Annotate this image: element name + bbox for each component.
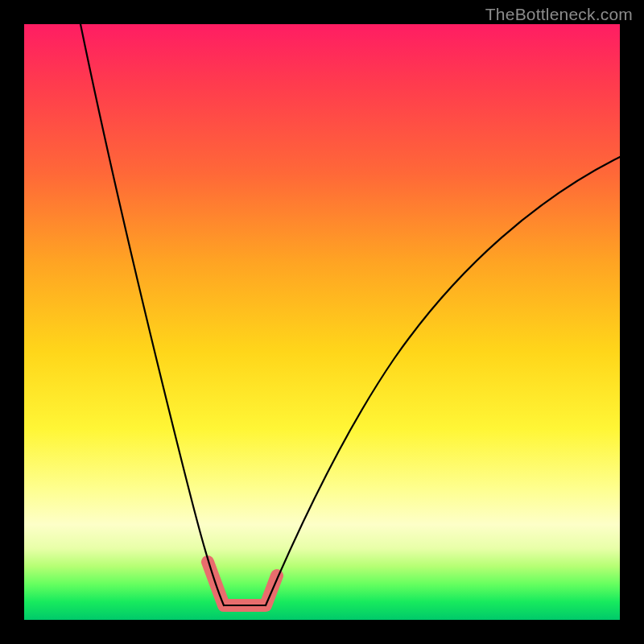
chart-frame: TheBottleneck.com [0,0,644,644]
curves-svg [24,24,620,620]
right-curve [266,157,620,605]
watermark-text: TheBottleneck.com [485,5,633,24]
left-curve [80,24,224,605]
highlight-marker [208,562,277,605]
plot-area [24,24,620,620]
